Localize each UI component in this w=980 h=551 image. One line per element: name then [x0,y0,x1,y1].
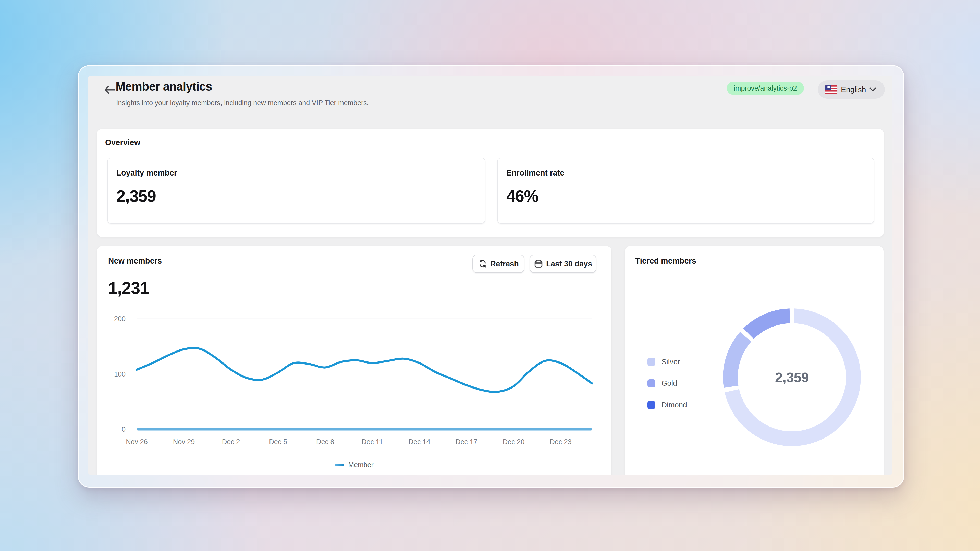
tiered-members-card: Tiered members Silver Gold Dimond 2,359 [625,246,883,475]
refresh-button-label: Refresh [490,259,519,268]
silver-label: Silver [662,358,680,366]
language-selector[interactable]: English [818,80,885,99]
back-button[interactable] [103,84,116,95]
member-series-marker [335,464,344,466]
new-members-card: New members Refresh L [97,246,611,475]
tiered-members-title[interactable]: Tiered members [635,256,696,269]
silver-swatch [648,358,655,366]
y-axis-tick: 200 [97,315,126,323]
chevron-down-icon [870,87,876,92]
new-members-line-chart[interactable] [135,313,593,432]
tiered-members-donut-chart[interactable]: 2,359 [723,308,861,446]
x-axis-tick: Dec 17 [455,438,477,446]
x-axis-tick: Dec 8 [316,438,334,446]
line-chart-legend[interactable]: Member [97,461,611,469]
enrollment-rate-label[interactable]: Enrollment rate [506,168,564,181]
x-axis-tick: Dec 11 [362,438,383,446]
us-flag-icon [825,86,838,94]
arrow-left-icon [103,84,116,95]
y-axis-tick: 0 [97,426,126,433]
donut-center-value: 2,359 [723,308,861,446]
overview-section-label: Overview [105,138,140,147]
new-members-total: 1,231 [108,278,149,298]
new-members-title[interactable]: New members [108,256,162,269]
dashboard-content: Member analytics Insights into your loya… [88,76,892,475]
legend-item-dimond[interactable]: Dimond [648,401,687,409]
x-axis-tick: Dec 5 [269,438,287,446]
gold-label: Gold [662,379,677,387]
enrollment-rate-stat-card: Enrollment rate 46% [497,158,874,224]
date-range-button[interactable]: Last 30 days [530,254,597,273]
loyalty-member-label[interactable]: Loyalty member [116,168,177,181]
overview-section: Overview Loyalty member 2,359 Enrollment… [97,129,884,237]
page-title: Member analytics [116,79,212,94]
loyalty-member-value: 2,359 [116,187,156,206]
page-subtitle: Insights into your loyalty members, incl… [116,99,369,107]
x-axis-tick: Nov 29 [173,438,195,446]
language-label: English [841,85,866,94]
loyalty-member-stat-card: Loyalty member 2,359 [107,158,485,224]
branch-badge: improve/analytics-p2 [727,82,804,95]
x-axis-tick: Nov 26 [126,438,148,446]
refresh-icon [478,259,487,268]
dimond-swatch [648,401,655,409]
x-axis-tick: Dec 14 [409,438,431,446]
enrollment-rate-value: 46% [506,187,538,206]
refresh-button[interactable]: Refresh [473,254,525,273]
legend-item-silver[interactable]: Silver [648,358,680,366]
y-axis-tick: 100 [97,370,126,378]
gold-swatch [648,380,655,387]
dimond-label: Dimond [662,401,687,409]
x-axis-tick: Dec 23 [550,438,572,446]
x-axis-tick: Dec 2 [222,438,240,446]
date-range-button-label: Last 30 days [546,259,592,268]
legend-item-gold[interactable]: Gold [648,379,677,387]
member-series-label: Member [348,461,373,469]
x-axis-tick: Dec 20 [503,438,525,446]
calendar-icon [534,259,543,268]
